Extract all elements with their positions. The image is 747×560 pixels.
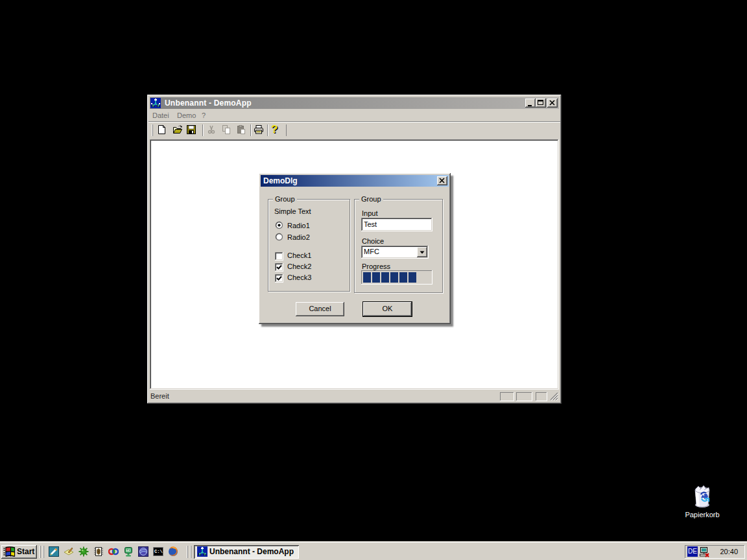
svg-text:C:\: C:\ [154,549,163,554]
svg-text:TX: TX [126,548,131,552]
